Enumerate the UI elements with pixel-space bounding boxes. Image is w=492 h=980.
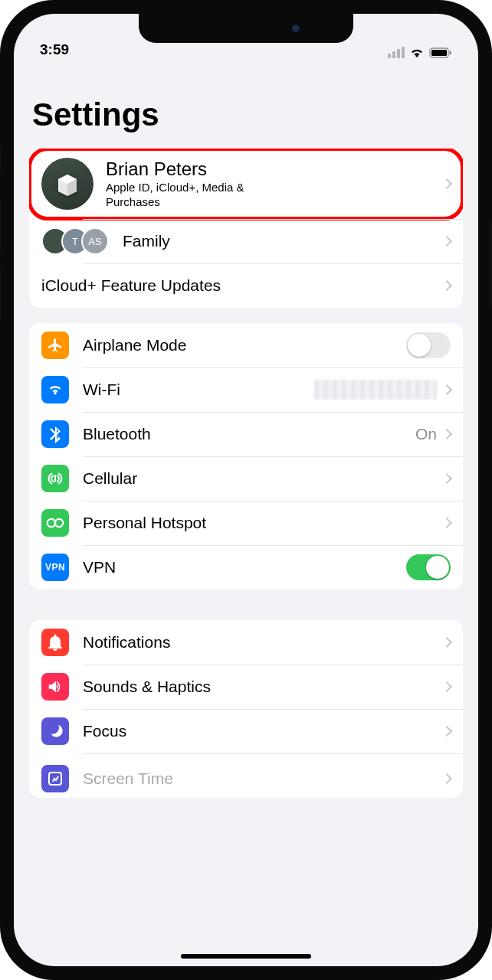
cellular-label: Cellular — [83, 469, 443, 488]
bluetooth-icon — [41, 420, 69, 448]
notifications-label: Notifications — [83, 633, 443, 652]
chevron-right-icon — [441, 429, 452, 439]
wifi-row[interactable]: Wi-Fi — [29, 368, 463, 412]
airplane-toggle[interactable] — [406, 332, 451, 358]
sounds-label: Sounds & Haptics — [83, 678, 443, 696]
hotspot-icon — [41, 509, 69, 537]
device-frame: 3:59 Settings — [0, 0, 492, 980]
vpn-toggle[interactable] — [406, 554, 451, 580]
family-label: Family — [123, 232, 443, 250]
screentime-icon — [41, 765, 69, 792]
family-row[interactable]: T AS Family — [29, 219, 463, 263]
airplane-icon — [41, 332, 69, 359]
svg-point-6 — [48, 519, 55, 527]
cellular-row[interactable]: Cellular — [29, 456, 463, 501]
chevron-right-icon — [441, 280, 452, 291]
screentime-row[interactable]: Screen Time — [29, 753, 463, 798]
chevron-right-icon — [441, 236, 452, 247]
focus-icon — [41, 717, 69, 745]
cellular-signal-icon — [388, 47, 405, 58]
hotspot-label: Personal Hotspot — [83, 514, 443, 532]
home-indicator[interactable] — [181, 954, 311, 959]
screen: 3:59 Settings — [14, 14, 478, 966]
focus-row[interactable]: Focus — [29, 709, 463, 753]
profile-avatar — [41, 158, 93, 210]
icloud-updates-label: iCloud+ Feature Updates — [41, 276, 443, 295]
system-group: Notifications Sounds & Haptics Focus — [29, 620, 463, 798]
profile-name: Brian Peters — [106, 158, 443, 180]
airplane-mode-row[interactable]: Airplane Mode — [29, 323, 463, 368]
screentime-label: Screen Time — [83, 769, 443, 788]
wifi-status-icon — [409, 47, 425, 58]
chevron-right-icon — [441, 384, 452, 395]
volume-down-btn[interactable] — [0, 268, 2, 322]
volume-up-btn[interactable] — [0, 199, 2, 253]
notch — [139, 14, 353, 43]
notifications-row[interactable]: Notifications — [29, 620, 463, 665]
chevron-right-icon — [441, 518, 452, 528]
chevron-right-icon — [441, 726, 452, 737]
vpn-icon: VPN — [41, 554, 69, 581]
family-avatar-3: AS — [81, 227, 109, 255]
page-title: Settings — [14, 58, 478, 141]
network-group: Airplane Mode Wi-Fi Bluetooth On — [29, 323, 463, 590]
wifi-icon — [41, 376, 69, 403]
apple-id-row[interactable]: Brian Peters Apple ID, iCloud+, Media & … — [29, 149, 463, 219]
mute-switch[interactable] — [0, 145, 2, 173]
svg-point-7 — [55, 519, 63, 527]
wifi-label: Wi-Fi — [83, 381, 314, 399]
vpn-label: VPN — [83, 558, 406, 577]
focus-label: Focus — [83, 722, 443, 740]
svg-rect-1 — [431, 50, 447, 56]
bluetooth-detail: On — [415, 425, 437, 443]
status-time: 3:59 — [40, 41, 69, 58]
chevron-right-icon — [441, 637, 452, 648]
battery-status-icon — [429, 47, 452, 58]
chevron-right-icon — [441, 473, 452, 484]
vpn-row[interactable]: VPN VPN — [29, 545, 463, 590]
svg-rect-2 — [450, 51, 451, 54]
bluetooth-row[interactable]: Bluetooth On — [29, 412, 463, 456]
wifi-network-redacted — [314, 380, 437, 400]
sounds-row[interactable]: Sounds & Haptics — [29, 665, 463, 709]
profile-subtitle: Apple ID, iCloud+, Media & Purchases — [106, 180, 290, 210]
icloud-feature-updates-row[interactable]: iCloud+ Feature Updates — [29, 263, 463, 308]
chevron-right-icon — [441, 178, 452, 189]
chevron-right-icon — [441, 681, 452, 692]
sounds-icon — [41, 673, 69, 701]
chevron-right-icon — [441, 773, 452, 784]
account-group: Brian Peters Apple ID, iCloud+, Media & … — [29, 149, 463, 308]
family-avatars: T AS — [41, 227, 109, 255]
bluetooth-label: Bluetooth — [83, 425, 415, 443]
notifications-icon — [41, 629, 69, 656]
airplane-label: Airplane Mode — [83, 336, 406, 354]
hotspot-row[interactable]: Personal Hotspot — [29, 501, 463, 545]
cellular-icon — [41, 465, 69, 492]
